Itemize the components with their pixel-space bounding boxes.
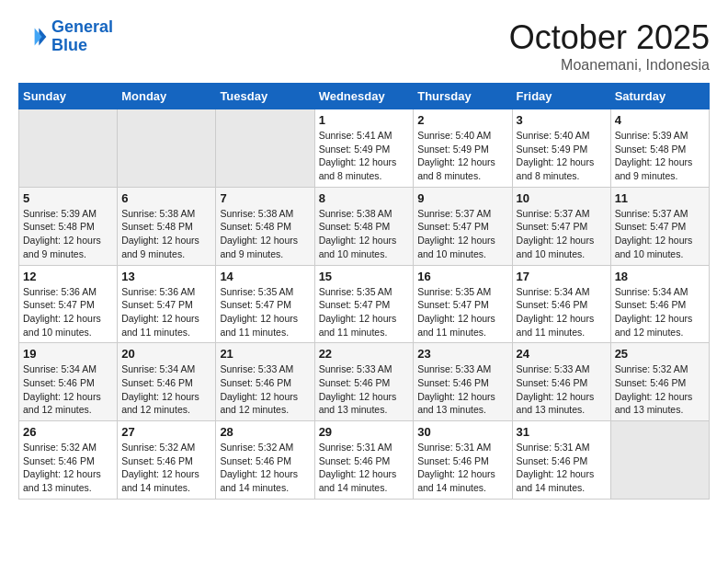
day-info: Sunrise: 5:34 AMSunset: 5:46 PMDaylight:… bbox=[615, 285, 705, 339]
day-info: Sunrise: 5:31 AMSunset: 5:46 PMDaylight:… bbox=[517, 441, 607, 495]
day-info: Sunrise: 5:31 AMSunset: 5:46 PMDaylight:… bbox=[319, 441, 410, 495]
calendar-cell: 21Sunrise: 5:33 AMSunset: 5:46 PMDayligh… bbox=[216, 343, 314, 421]
day-info: Sunrise: 5:40 AMSunset: 5:49 PMDaylight:… bbox=[517, 129, 607, 183]
day-number: 29 bbox=[319, 425, 410, 439]
calendar-cell bbox=[216, 109, 314, 188]
calendar-cell: 3Sunrise: 5:40 AMSunset: 5:49 PMDaylight… bbox=[512, 109, 610, 188]
day-number: 19 bbox=[23, 347, 113, 361]
day-number: 20 bbox=[121, 347, 211, 361]
day-info: Sunrise: 5:33 AMSunset: 5:46 PMDaylight:… bbox=[319, 362, 410, 417]
calendar-cell: 25Sunrise: 5:32 AMSunset: 5:46 PMDayligh… bbox=[610, 343, 709, 421]
calendar-week-row: 12Sunrise: 5:36 AMSunset: 5:47 PMDayligh… bbox=[19, 265, 710, 343]
day-number: 31 bbox=[517, 425, 607, 439]
day-info: Sunrise: 5:34 AMSunset: 5:46 PMDaylight:… bbox=[517, 285, 607, 339]
day-info: Sunrise: 5:37 AMSunset: 5:47 PMDaylight:… bbox=[517, 207, 607, 261]
subtitle: Moanemani, Indonesia bbox=[509, 57, 710, 74]
day-info: Sunrise: 5:36 AMSunset: 5:47 PMDaylight:… bbox=[121, 285, 211, 339]
calendar-cell: 4Sunrise: 5:39 AMSunset: 5:48 PMDaylight… bbox=[610, 109, 709, 188]
day-number: 10 bbox=[517, 191, 607, 205]
calendar-cell: 19Sunrise: 5:34 AMSunset: 5:46 PMDayligh… bbox=[19, 343, 118, 421]
day-number: 5 bbox=[23, 191, 113, 205]
calendar-cell: 27Sunrise: 5:32 AMSunset: 5:46 PMDayligh… bbox=[118, 421, 216, 500]
weekday-header: Tuesday bbox=[216, 84, 314, 109]
calendar-cell: 28Sunrise: 5:32 AMSunset: 5:46 PMDayligh… bbox=[216, 421, 314, 500]
calendar-week-row: 26Sunrise: 5:32 AMSunset: 5:46 PMDayligh… bbox=[19, 421, 710, 500]
day-number: 26 bbox=[23, 425, 113, 439]
weekday-header: Sunday bbox=[19, 84, 118, 109]
day-info: Sunrise: 5:34 AMSunset: 5:46 PMDaylight:… bbox=[121, 362, 211, 417]
calendar-cell: 12Sunrise: 5:36 AMSunset: 5:47 PMDayligh… bbox=[19, 265, 118, 343]
day-number: 14 bbox=[220, 270, 310, 283]
calendar-cell bbox=[610, 421, 709, 500]
day-number: 21 bbox=[220, 347, 310, 361]
day-number: 17 bbox=[517, 270, 607, 283]
day-number: 13 bbox=[121, 270, 211, 283]
day-number: 8 bbox=[319, 191, 410, 205]
day-number: 4 bbox=[615, 113, 705, 127]
calendar-cell: 11Sunrise: 5:37 AMSunset: 5:47 PMDayligh… bbox=[610, 187, 709, 265]
weekday-header: Thursday bbox=[414, 84, 512, 109]
logo-text: General Blue bbox=[51, 18, 113, 55]
logo-icon bbox=[18, 22, 48, 52]
day-number: 9 bbox=[417, 191, 507, 205]
day-info: Sunrise: 5:35 AMSunset: 5:47 PMDaylight:… bbox=[417, 285, 507, 339]
calendar-cell: 23Sunrise: 5:33 AMSunset: 5:46 PMDayligh… bbox=[414, 343, 512, 421]
page-header: General Blue October 2025 Moanemani, Ind… bbox=[18, 18, 710, 74]
month-title: October 2025 bbox=[509, 18, 710, 57]
calendar-cell: 6Sunrise: 5:38 AMSunset: 5:48 PMDaylight… bbox=[118, 187, 216, 265]
calendar-cell: 7Sunrise: 5:38 AMSunset: 5:48 PMDaylight… bbox=[216, 187, 314, 265]
weekday-header: Monday bbox=[118, 84, 216, 109]
day-info: Sunrise: 5:33 AMSunset: 5:46 PMDaylight:… bbox=[417, 362, 507, 417]
day-number: 18 bbox=[615, 270, 705, 283]
day-info: Sunrise: 5:35 AMSunset: 5:47 PMDaylight:… bbox=[220, 285, 310, 339]
day-number: 2 bbox=[417, 113, 507, 127]
day-info: Sunrise: 5:41 AMSunset: 5:49 PMDaylight:… bbox=[319, 129, 410, 183]
calendar-cell: 15Sunrise: 5:35 AMSunset: 5:47 PMDayligh… bbox=[314, 265, 414, 343]
logo: General Blue bbox=[18, 18, 113, 55]
calendar-cell: 13Sunrise: 5:36 AMSunset: 5:47 PMDayligh… bbox=[118, 265, 216, 343]
day-number: 28 bbox=[220, 425, 310, 439]
calendar-cell: 16Sunrise: 5:35 AMSunset: 5:47 PMDayligh… bbox=[414, 265, 512, 343]
day-number: 12 bbox=[23, 270, 113, 283]
day-number: 22 bbox=[319, 347, 410, 361]
day-number: 15 bbox=[319, 270, 410, 283]
day-info: Sunrise: 5:31 AMSunset: 5:46 PMDaylight:… bbox=[417, 441, 507, 495]
weekday-header: Friday bbox=[512, 84, 610, 109]
logo-line2: Blue bbox=[51, 36, 87, 54]
day-info: Sunrise: 5:39 AMSunset: 5:48 PMDaylight:… bbox=[23, 207, 113, 261]
calendar-week-row: 19Sunrise: 5:34 AMSunset: 5:46 PMDayligh… bbox=[19, 343, 710, 421]
calendar-cell: 22Sunrise: 5:33 AMSunset: 5:46 PMDayligh… bbox=[314, 343, 414, 421]
calendar-cell: 17Sunrise: 5:34 AMSunset: 5:46 PMDayligh… bbox=[512, 265, 610, 343]
calendar-cell: 8Sunrise: 5:38 AMSunset: 5:48 PMDaylight… bbox=[314, 187, 414, 265]
day-number: 11 bbox=[615, 191, 705, 205]
calendar-week-row: 1Sunrise: 5:41 AMSunset: 5:49 PMDaylight… bbox=[19, 109, 710, 188]
day-number: 6 bbox=[121, 191, 211, 205]
weekday-header: Saturday bbox=[610, 84, 709, 109]
calendar-cell: 14Sunrise: 5:35 AMSunset: 5:47 PMDayligh… bbox=[216, 265, 314, 343]
day-number: 25 bbox=[615, 347, 705, 361]
day-info: Sunrise: 5:32 AMSunset: 5:46 PMDaylight:… bbox=[23, 441, 113, 495]
day-info: Sunrise: 5:40 AMSunset: 5:49 PMDaylight:… bbox=[417, 129, 507, 183]
day-info: Sunrise: 5:39 AMSunset: 5:48 PMDaylight:… bbox=[615, 129, 705, 183]
calendar-cell: 9Sunrise: 5:37 AMSunset: 5:47 PMDaylight… bbox=[414, 187, 512, 265]
day-number: 16 bbox=[417, 270, 507, 283]
day-info: Sunrise: 5:33 AMSunset: 5:46 PMDaylight:… bbox=[220, 362, 310, 417]
day-number: 30 bbox=[417, 425, 507, 439]
logo-line1: General bbox=[51, 17, 113, 36]
day-info: Sunrise: 5:36 AMSunset: 5:47 PMDaylight:… bbox=[23, 285, 113, 339]
day-number: 7 bbox=[220, 191, 310, 205]
calendar-cell: 10Sunrise: 5:37 AMSunset: 5:47 PMDayligh… bbox=[512, 187, 610, 265]
day-number: 3 bbox=[517, 113, 607, 127]
calendar-week-row: 5Sunrise: 5:39 AMSunset: 5:48 PMDaylight… bbox=[19, 187, 710, 265]
calendar-cell: 5Sunrise: 5:39 AMSunset: 5:48 PMDaylight… bbox=[19, 187, 118, 265]
day-info: Sunrise: 5:32 AMSunset: 5:46 PMDaylight:… bbox=[121, 441, 211, 495]
day-number: 27 bbox=[121, 425, 211, 439]
calendar-cell: 24Sunrise: 5:33 AMSunset: 5:46 PMDayligh… bbox=[512, 343, 610, 421]
day-number: 24 bbox=[517, 347, 607, 361]
day-info: Sunrise: 5:38 AMSunset: 5:48 PMDaylight:… bbox=[220, 207, 310, 261]
calendar-cell: 1Sunrise: 5:41 AMSunset: 5:49 PMDaylight… bbox=[314, 109, 414, 188]
calendar-cell bbox=[118, 109, 216, 188]
calendar-cell: 2Sunrise: 5:40 AMSunset: 5:49 PMDaylight… bbox=[414, 109, 512, 188]
calendar-cell bbox=[19, 109, 118, 188]
day-info: Sunrise: 5:35 AMSunset: 5:47 PMDaylight:… bbox=[319, 285, 410, 339]
